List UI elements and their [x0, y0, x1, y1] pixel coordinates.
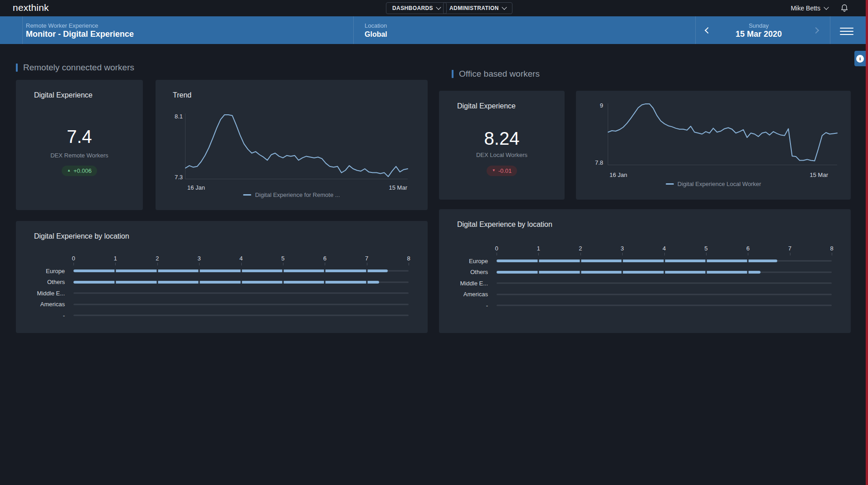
- bar-category-label: Americas: [439, 291, 497, 298]
- bar-segment-gap: [324, 269, 326, 274]
- bar-category-label: -: [439, 302, 497, 309]
- bar-segment-gap: [156, 279, 158, 284]
- bar-row: Americas: [16, 299, 428, 310]
- day-of-week: Sunday: [720, 22, 797, 29]
- bar-segment-gap: [240, 279, 242, 284]
- bar-segment-gap: [705, 259, 707, 264]
- delta-badge-wrap: ▲ +0.006: [16, 165, 143, 176]
- bar-track: [73, 310, 409, 321]
- x-axis-tick-label: 0: [72, 255, 75, 262]
- triangle-down-icon: ▼: [492, 169, 496, 172]
- bar-segment-gap: [580, 269, 581, 274]
- delta-badge-wrap: ▼ -0.01: [439, 165, 565, 176]
- line-chart-remote-trend: [185, 113, 408, 179]
- bar: [497, 271, 761, 274]
- bar-row: Middle E...: [439, 278, 851, 289]
- module-breadcrumb[interactable]: Remote Worker Experience Monitor - Digit…: [26, 22, 134, 39]
- dex-score-subtitle: DEX Remote Workers: [16, 152, 143, 159]
- bar-chart-axis: 012345678: [439, 243, 851, 255]
- header-divider: [22, 16, 23, 44]
- bar-row: Middle E...: [16, 288, 428, 299]
- bar-row: Others: [439, 267, 851, 278]
- x-axis-tick-label: 2: [156, 255, 159, 262]
- card-title: Digital Experience: [457, 102, 516, 110]
- top-app-bar: nexthink DASHBOARDS ADMINISTRATION Mike …: [0, 0, 868, 16]
- bar-segment-gap: [622, 259, 623, 264]
- bar-track: [497, 267, 832, 278]
- bar-segment-gap: [240, 269, 242, 274]
- bar-chart-axis: 012345678: [16, 253, 428, 265]
- dashboards-menu-button[interactable]: DASHBOARDS: [386, 2, 447, 14]
- bar: [73, 281, 379, 284]
- previous-day-button[interactable]: [703, 25, 713, 35]
- administration-menu-button[interactable]: ADMINISTRATION: [443, 2, 512, 14]
- menu-hamburger-button[interactable]: [840, 25, 853, 37]
- bar-segment-gap: [199, 279, 200, 284]
- section-heading-remote: Remotely connected workers: [16, 63, 134, 73]
- section-heading-office: Office based workers: [452, 69, 540, 79]
- x-axis-tick-label: 6: [746, 245, 750, 252]
- x-axis-tick-label: 8: [830, 245, 833, 252]
- info-button[interactable]: i: [854, 51, 866, 66]
- x-axis-tick: [832, 253, 832, 255]
- location-value: Global: [365, 29, 387, 39]
- hamburger-bar: [840, 31, 853, 32]
- trend-line: [185, 113, 408, 179]
- y-axis-min-label: 7.8: [578, 159, 603, 166]
- bar-segment-gap: [747, 259, 749, 264]
- bar-track: [497, 300, 832, 311]
- x-axis-tick-label: 5: [281, 255, 284, 262]
- x-axis-tick-label: 3: [198, 255, 201, 262]
- module-name: Remote Worker Experience: [26, 22, 134, 29]
- location-selector[interactable]: Location Global: [365, 22, 387, 39]
- bar-track: [497, 289, 832, 300]
- y-axis-min-label: 7.3: [158, 174, 183, 181]
- chart-legend[interactable]: Digital Experience for Remote ...: [156, 191, 428, 198]
- x-axis-start-label: 16 Jan: [187, 184, 205, 191]
- bar-segment-gap: [324, 279, 326, 284]
- bar-row: Europe: [16, 265, 428, 277]
- bar-segment-gap: [282, 279, 283, 284]
- trend-card-office: 9 7.8 16 Jan 15 Mar Digital Experience L…: [576, 91, 851, 200]
- date-display: Sunday 15 Mar 2020: [720, 22, 797, 39]
- bar-segment-gap: [705, 269, 707, 274]
- next-day-button[interactable]: [811, 25, 821, 35]
- y-axis-max-label: 8.1: [158, 113, 183, 120]
- delta-badge: ▲ +0.006: [62, 166, 97, 176]
- bar-segment-gap: [663, 269, 665, 274]
- bar: [73, 269, 388, 272]
- chart-legend[interactable]: Digital Experience Local Worker: [576, 181, 851, 187]
- bar-track: [73, 288, 409, 299]
- card-title: Trend: [173, 91, 191, 99]
- by-location-card-office: Digital Experience by location 012345678…: [439, 209, 851, 333]
- section-heading-label: Remotely connected workers: [23, 63, 134, 73]
- bar-chart-office-by-location: 012345678EuropeOthersMiddle E...Americas…: [439, 243, 851, 311]
- dashboards-menu-label: DASHBOARDS: [392, 5, 433, 11]
- bar-row: Others: [16, 277, 428, 288]
- bar-segment-gap: [580, 259, 581, 264]
- x-axis-tick-label: 1: [537, 245, 540, 252]
- bar-row: Europe: [439, 255, 851, 267]
- card-title: Digital Experience by location: [457, 220, 552, 229]
- bar-segment-gap: [538, 269, 539, 274]
- bar-category-label: Others: [439, 269, 497, 275]
- dex-score-value: 7.4: [16, 127, 143, 147]
- chevron-down-icon: [436, 5, 441, 10]
- user-menu[interactable]: Mike Betts: [791, 0, 828, 16]
- x-axis-tick-label: 1: [114, 255, 117, 262]
- chevron-down-icon: [502, 5, 507, 10]
- bar-segment-gap: [199, 269, 200, 274]
- bar-segment-gap: [282, 269, 283, 274]
- bar-category-label: Europe: [16, 268, 73, 274]
- location-label: Location: [365, 22, 387, 29]
- bar-segment-gap: [115, 269, 116, 274]
- line-chart-office-trend: [608, 103, 837, 165]
- x-axis-start-label: 16 Jan: [610, 171, 627, 178]
- bar-track: [73, 265, 409, 277]
- bar-row: -: [16, 310, 428, 321]
- dashboard-title: Monitor - Digital Experience: [26, 29, 134, 39]
- bar-segment-gap: [366, 279, 367, 284]
- bar-segment-gap: [663, 259, 665, 264]
- dex-score-value: 8.24: [439, 128, 565, 149]
- notifications-bell-icon[interactable]: [841, 4, 848, 14]
